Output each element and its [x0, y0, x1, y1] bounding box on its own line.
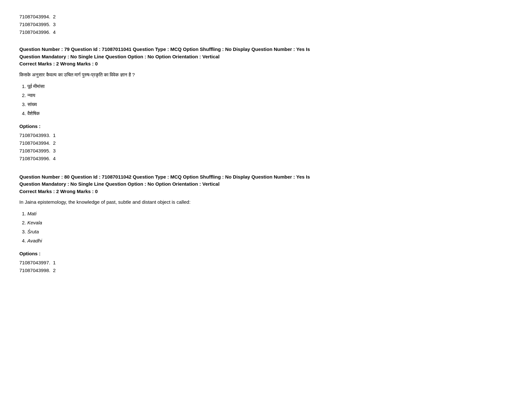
question-80-options-label: Options : — [19, 250, 513, 258]
option-text: Śruta — [27, 229, 39, 234]
question-79-option-2: 2. न्याय — [22, 92, 513, 99]
question-80: Question Number : 80 Question Id : 71087… — [19, 173, 513, 275]
question-79-marks: Correct Marks : 2 Wrong Marks : 0 — [19, 60, 513, 68]
option-text: न्याय — [27, 93, 35, 98]
q79-opt-id-1: 71087043993. 1 — [19, 132, 513, 139]
question-79-option-3: 3. सांख्य — [22, 101, 513, 108]
question-79-meta-line2: Question Mandatory : No Single Line Ques… — [19, 53, 513, 61]
q80-opt-id-1: 71087043997. 1 — [19, 259, 513, 267]
question-80-options-list: 1. Mati 2. Kevala 3. Śruta 4. Avadhi — [22, 210, 513, 245]
option-num: 4. — [22, 111, 26, 116]
option-num: 2. — [22, 93, 26, 98]
option-num: 1. — [22, 211, 26, 216]
question-80-option-4: 4. Avadhi — [22, 237, 513, 245]
option-num: 1. — [22, 83, 26, 89]
q79-opt-id-4: 71087043996. 4 — [19, 155, 513, 162]
question-79-meta: Question Number : 79 Question Id : 71087… — [19, 46, 513, 68]
question-80-option-2: 2. Kevala — [22, 219, 513, 227]
question-80-option-3: 3. Śruta — [22, 228, 513, 236]
option-text: Avadhi — [27, 238, 42, 243]
q80-opt-id-2: 71087043998. 2 — [19, 267, 513, 274]
question-79-option-ids: 71087043993. 1 71087043994. 2 7108704399… — [19, 132, 513, 162]
question-80-marks: Correct Marks : 2 Wrong Marks : 0 — [19, 188, 513, 195]
option-text: वैशेषिक — [27, 111, 40, 116]
option-num: 3. — [22, 229, 26, 234]
question-79-options-list: 1. पूर्व मीमांसा 2. न्याय 3. सांख्य 4. व… — [22, 83, 513, 117]
option-num: 3. — [22, 102, 26, 107]
question-79-meta-line1: Question Number : 79 Question Id : 71087… — [19, 46, 513, 53]
option-text: पूर्व मीमांसा — [27, 83, 44, 89]
question-79-options-label: Options : — [19, 122, 513, 130]
option-num: 4. — [22, 238, 26, 243]
prev-options-section: 71087043994. 2 71087043995. 3 7108704399… — [19, 13, 513, 36]
question-80-meta-line2: Question Mandatory : No Single Line Ques… — [19, 181, 513, 188]
question-79-text: किसके अनुसार कैवल्य का उचित मार्ग पुरुष-… — [19, 71, 513, 79]
option-text: Kevala — [27, 220, 42, 225]
prev-option-id-3: 71087043996. 4 — [19, 28, 513, 36]
prev-option-id-2: 71087043995. 3 — [19, 21, 513, 28]
question-79-option-4: 4. वैशेषिक — [22, 110, 513, 117]
question-79-option-1: 1. पूर्व मीमांसा — [22, 83, 513, 90]
q79-opt-id-3: 71087043995. 3 — [19, 147, 513, 155]
question-80-meta-line1: Question Number : 80 Question Id : 71087… — [19, 173, 513, 181]
prev-option-id-1: 71087043994. 2 — [19, 13, 513, 21]
question-79: Question Number : 79 Question Id : 71087… — [19, 46, 513, 162]
option-text: सांख्य — [27, 102, 37, 107]
question-80-text: In Jaina epistemology, the knowledge of … — [19, 198, 513, 206]
question-80-option-1: 1. Mati — [22, 210, 513, 218]
question-80-meta: Question Number : 80 Question Id : 71087… — [19, 173, 513, 195]
option-text: Mati — [27, 211, 36, 216]
q79-opt-id-2: 71087043994. 2 — [19, 139, 513, 147]
option-num: 2. — [22, 220, 26, 225]
question-80-option-ids: 71087043997. 1 71087043998. 2 — [19, 259, 513, 274]
